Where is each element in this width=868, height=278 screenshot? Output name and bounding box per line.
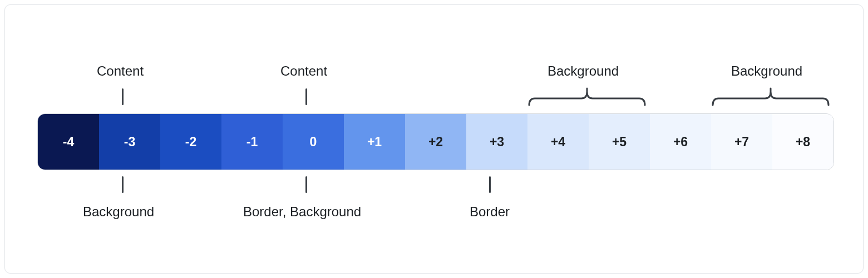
bracket-top-2: [712, 87, 830, 104]
connector-top-1: [122, 88, 124, 105]
swatch-value: -1: [246, 135, 258, 150]
swatch-zero: 0: [283, 114, 344, 170]
connector-bot-2: [305, 176, 307, 193]
swatch-minus-3: -3: [99, 114, 160, 170]
label-top-background-2: Background: [731, 63, 802, 79]
swatch-plus-7: +7: [711, 114, 772, 170]
label-top-background-1: Background: [548, 63, 619, 79]
swatch-plus-5: +5: [589, 114, 650, 170]
swatch-value: +6: [673, 135, 688, 150]
swatch-value: +1: [367, 135, 382, 150]
swatch-value: -3: [124, 135, 135, 150]
swatch-value: +3: [490, 135, 504, 150]
swatch-value: 0: [310, 135, 317, 150]
swatch-value: +7: [734, 135, 749, 150]
connector-bot-1: [122, 176, 124, 193]
label-top-content-1: Content: [97, 63, 144, 79]
swatch-value: -2: [185, 135, 196, 150]
label-bot-border-background: Border, Background: [243, 204, 361, 220]
swatch-plus-8: +8: [772, 114, 834, 170]
swatch-plus-2: +2: [405, 114, 466, 170]
swatch-value: +5: [612, 135, 627, 150]
swatch-plus-3: +3: [466, 114, 527, 170]
swatch-value: +4: [551, 135, 565, 150]
label-bot-border: Border: [470, 204, 510, 220]
bracket-top-1: [528, 87, 646, 104]
color-scale: -4 -3 -2 -1 0 +1 +2 +3 +4 +5 +6 +7 +8: [37, 113, 834, 170]
swatch-value: +8: [796, 135, 810, 150]
label-bot-background: Background: [83, 204, 154, 220]
swatch-value: -4: [63, 135, 74, 150]
connector-top-2: [305, 88, 307, 105]
swatch-plus-6: +6: [650, 114, 711, 170]
swatch-plus-4: +4: [527, 114, 589, 170]
swatch-plus-1: +1: [344, 114, 405, 170]
swatch-minus-1: -1: [221, 114, 283, 170]
swatch-minus-2: -2: [160, 114, 221, 170]
swatch-minus-4: -4: [38, 114, 99, 170]
swatch-value: +2: [428, 135, 443, 150]
label-top-content-2: Content: [280, 63, 327, 79]
diagram-frame: Content Content Background Background -4…: [4, 4, 864, 274]
connector-bot-3: [489, 176, 491, 193]
